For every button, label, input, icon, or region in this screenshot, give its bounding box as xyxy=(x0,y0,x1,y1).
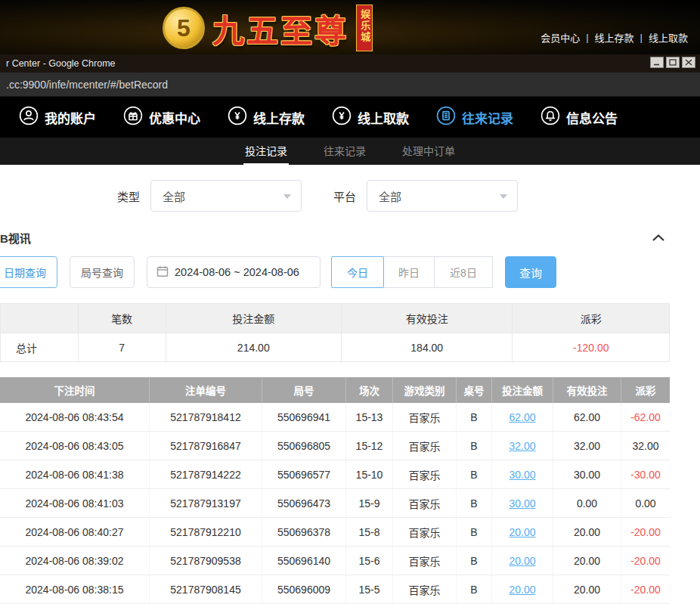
summary-header-bet-amount: 投注金额 xyxy=(166,304,342,333)
header-bet-amount: 投注金额 xyxy=(492,377,553,403)
nav-label: 线上取款 xyxy=(358,108,409,127)
member-center-link[interactable]: 会员中心 xyxy=(534,30,586,45)
nav-announcements[interactable]: 信息公告 xyxy=(531,106,627,129)
table-row: 2024-08-06 08:38:15 521787908145 5506960… xyxy=(0,575,670,604)
nav-label: 我的账户 xyxy=(45,108,96,127)
table-row: 2024-08-06 08:41:38 521787914222 5506965… xyxy=(0,460,670,489)
search-button[interactable]: 查询 xyxy=(505,256,556,288)
chevron-down-icon xyxy=(500,194,507,199)
game-type-cell: 百家乐 xyxy=(393,432,457,460)
section-header: B视讯 xyxy=(0,230,700,246)
nav-my-account[interactable]: 我的账户 xyxy=(9,106,106,129)
table-no-cell: B xyxy=(457,575,492,603)
session-cell: 15-12 xyxy=(346,432,393,460)
site-badge: 娱乐城 xyxy=(356,5,373,51)
order-id-cell: 521787908145 xyxy=(150,575,262,603)
bet-amount-link[interactable]: 20.00 xyxy=(492,575,553,603)
nav-label: 线上存款 xyxy=(253,108,305,127)
order-id-cell: 521787918412 xyxy=(150,403,262,431)
tab-processing-orders[interactable]: 处理中订单 xyxy=(401,138,457,165)
header-game-type: 游戏类别 xyxy=(393,377,457,403)
table-no-cell: B xyxy=(457,518,492,546)
summary-count-value: 7 xyxy=(79,333,166,361)
platform-select[interactable]: 全部 xyxy=(367,180,518,212)
table-no-cell: B xyxy=(457,460,492,488)
nav-online-deposit[interactable]: 线上存款 xyxy=(218,106,314,129)
round-query-button[interactable]: 局号查询 xyxy=(70,256,135,288)
round-id-cell: 550696140 xyxy=(262,547,346,575)
valid-bet-cell: 20.00 xyxy=(553,575,621,603)
summary-header-blank xyxy=(1,304,79,333)
summary-header-count: 笔数 xyxy=(79,304,166,333)
platform-filter-group: 平台 全部 xyxy=(333,180,518,212)
today-button[interactable]: 今日 xyxy=(331,256,384,288)
bet-amount-link[interactable]: 30.00 xyxy=(492,460,553,488)
date-query-button[interactable]: 日期查询 xyxy=(0,256,57,288)
gift-icon xyxy=(123,106,143,129)
nav-promotions[interactable]: 优惠中心 xyxy=(113,106,210,129)
summary-header-valid-bet: 有效投注 xyxy=(342,304,513,333)
session-cell: 15-8 xyxy=(346,518,393,546)
table-header-row: 下注时间 注单编号 局号 场次 游戏类别 桌号 投注金额 有效投注 派彩 xyxy=(0,377,670,403)
payout-cell: -20.00 xyxy=(621,518,670,546)
table-no-cell: B xyxy=(457,432,492,460)
table-row: 2024-08-06 08:41:03 521787913197 5506964… xyxy=(0,489,670,518)
table-no-cell: B xyxy=(457,489,492,517)
game-type-cell: 百家乐 xyxy=(393,575,457,603)
bet-time-cell: 2024-08-06 08:39:02 xyxy=(0,547,150,575)
date-range-input[interactable]: 2024-08-06 ~ 2024-08-06 xyxy=(147,256,321,288)
browser-titlebar: r Center - Google Chrome xyxy=(0,54,700,73)
header-valid-bet: 有效投注 xyxy=(553,377,621,403)
round-id-cell: 550696473 xyxy=(262,489,346,517)
filter-row: 类型 全部 平台 全部 xyxy=(117,180,700,212)
online-withdraw-link[interactable]: 线上取款 xyxy=(643,30,694,45)
valid-bet-cell: 20.00 xyxy=(553,547,621,575)
type-select[interactable]: 全部 xyxy=(150,180,302,212)
bet-amount-link[interactable]: 20.00 xyxy=(492,518,553,546)
order-id-cell: 521787909538 xyxy=(150,547,262,575)
close-button[interactable] xyxy=(682,57,695,68)
tab-bet-record[interactable]: 投注记录 xyxy=(243,138,289,165)
yesterday-button[interactable]: 昨日 xyxy=(383,256,435,288)
platform-filter-label: 平台 xyxy=(333,188,356,204)
last-8-days-button[interactable]: 近8日 xyxy=(434,256,493,288)
payout-cell: -20.00 xyxy=(621,547,670,575)
valid-bet-cell: 20.00 xyxy=(553,518,621,546)
maximize-button[interactable] xyxy=(666,57,680,68)
tab-transaction-record[interactable]: 往来记录 xyxy=(322,138,367,165)
payout-cell: 32.00 xyxy=(621,432,670,460)
game-type-cell: 百家乐 xyxy=(393,547,457,575)
bet-amount-link[interactable]: 32.00 xyxy=(492,432,553,460)
header-order-id: 注单编号 xyxy=(150,377,262,403)
session-cell: 15-10 xyxy=(346,460,393,488)
payout-cell: -30.00 xyxy=(621,460,670,488)
summary-table: 笔数 投注金额 有效投注 派彩 总计 7 214.00 184.00 -120.… xyxy=(0,303,670,362)
order-id-cell: 521787914222 xyxy=(150,460,262,488)
banner-links: 会员中心| 线上存款| 线上取款 xyxy=(534,30,694,45)
deposit-icon xyxy=(228,106,247,129)
round-id-cell: 550696941 xyxy=(262,403,346,431)
bet-amount-link[interactable]: 30.00 xyxy=(492,489,553,517)
bet-time-cell: 2024-08-06 08:41:38 xyxy=(0,460,150,488)
minimize-button[interactable] xyxy=(650,57,664,68)
summary-valid-bet-value: 184.00 xyxy=(342,333,513,361)
nav-transaction-records[interactable]: 往来记录 xyxy=(426,106,523,129)
chevron-down-icon xyxy=(283,194,291,199)
table-row: 2024-08-06 08:43:05 521787916847 5506968… xyxy=(0,432,670,460)
table-no-cell: B xyxy=(457,403,492,431)
bet-amount-link[interactable]: 62.00 xyxy=(492,403,553,431)
valid-bet-cell: 30.00 xyxy=(553,460,621,488)
calendar-icon xyxy=(156,265,169,280)
window-title: r Center - Google Chrome xyxy=(6,58,116,69)
online-deposit-link[interactable]: 线上存款 xyxy=(589,30,640,45)
user-icon xyxy=(19,106,39,129)
header-payout: 派彩 xyxy=(621,377,670,403)
bet-amount-link[interactable]: 20.00 xyxy=(492,547,553,575)
bulletin-icon xyxy=(540,106,560,129)
quick-date-group: 今日 昨日 近8日 xyxy=(331,256,493,288)
collapse-section-button[interactable] xyxy=(652,234,665,242)
nav-online-withdraw[interactable]: 线上取款 xyxy=(322,106,419,129)
summary-header-payout: 派彩 xyxy=(513,304,669,333)
bet-time-cell: 2024-08-06 08:38:15 xyxy=(0,575,150,603)
address-bar[interactable]: .cc:9900/infe/mcenter/#/betRecord xyxy=(6,79,168,91)
